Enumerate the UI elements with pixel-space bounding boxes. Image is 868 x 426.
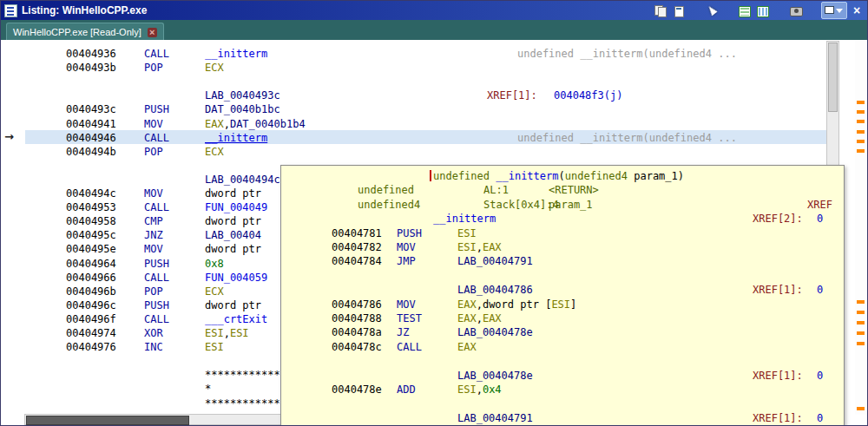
change-marker[interactable]	[857, 321, 865, 324]
code-text: ECX	[205, 145, 224, 159]
code-seg: AL:1	[483, 184, 509, 196]
code-seg: <RETURN>	[549, 184, 599, 196]
code-text: 00404936	[66, 47, 116, 61]
code-text: 0040493c	[66, 102, 116, 116]
change-marker[interactable]	[857, 101, 865, 104]
diff-view-icon[interactable]	[737, 3, 753, 18]
change-marker[interactable]	[857, 130, 865, 134]
code-text: undefined4	[358, 198, 420, 212]
copy-icon[interactable]	[653, 3, 668, 18]
code-seg: 0	[817, 412, 823, 424]
code-text: 0040494b	[66, 145, 116, 159]
code-seg: 00404946	[66, 132, 116, 144]
code-text: __initterm	[433, 212, 496, 226]
code-text: 00404782	[332, 240, 382, 254]
tab-winhellocpp[interactable]: WinHelloCPP.exe [Read-Only] ×	[6, 23, 164, 41]
code-seg: 00404782	[332, 241, 382, 253]
code-seg: LAB_0040478e	[457, 370, 533, 382]
code-seg: 0	[817, 370, 823, 382]
code-text: CALL	[397, 340, 422, 354]
code-seg: CALL	[397, 341, 422, 353]
code-text: 0040478a	[332, 325, 382, 339]
popup-row: 0040478cCALLEAX	[281, 340, 842, 354]
code-text: MOV	[144, 187, 163, 200]
code-text: POP	[144, 285, 163, 298]
camera-shape	[790, 7, 803, 16]
code-text: 00404966	[66, 271, 116, 285]
code-text: LAB_0040478e	[457, 325, 533, 339]
change-marker[interactable]	[857, 110, 865, 114]
change-marker[interactable]	[857, 140, 865, 143]
change-marker[interactable]	[857, 342, 865, 345]
code-seg: FUN_004049	[205, 201, 267, 213]
code-seg: XREF[2]:	[753, 213, 803, 225]
listing-row[interactable]	[1, 75, 826, 88]
code-seg: PUSH	[397, 227, 422, 239]
listing-row[interactable]: 00404936CALL__inittermundefined __initte…	[1, 47, 826, 61]
code-seg: ESI	[230, 327, 249, 339]
code-seg: EAX	[457, 312, 477, 324]
listing-row[interactable]: 00404941MOVEAX,DAT_0040b1b4	[1, 117, 826, 131]
listing-row[interactable]: 0040493bPOPECX	[1, 61, 826, 75]
code-text: CALL	[144, 47, 169, 61]
code-text: 0040493b	[66, 61, 116, 75]
code-seg: __initterm	[433, 213, 496, 225]
code-seg: 00404976	[66, 341, 116, 353]
change-marker[interactable]	[857, 311, 865, 314]
code-seg: ,dword ptr [	[477, 298, 552, 311]
snapshot-icon[interactable]	[788, 3, 804, 18]
toolbar-spacer	[773, 10, 786, 11]
listing-row[interactable]: 0040494bPOPECX	[1, 145, 826, 159]
code-text: 0040478c	[332, 340, 382, 354]
code-seg: ,	[224, 118, 230, 130]
vertical-scrollbar-thumb[interactable]	[828, 43, 838, 112]
horizontal-scrollbar-thumb[interactable]	[26, 416, 189, 425]
listing-row[interactable]: 00404946CALL__inittermundefined __initte…	[1, 131, 826, 145]
listing-row[interactable]: LAB_0040493cXREF[1]:004048f3(j)	[1, 88, 826, 102]
code-text: 0040494c	[66, 187, 116, 200]
listing-row[interactable]: 0040493cPUSHDAT_0040b1bc	[1, 102, 826, 116]
tab-close-icon[interactable]: ×	[148, 28, 157, 37]
code-text: FUN_004059	[205, 271, 267, 285]
code-seg: JNZ	[144, 229, 163, 241]
close-icon[interactable]: ×	[850, 3, 864, 18]
code-seg: MOV	[144, 118, 163, 130]
code-text: 0040496b	[66, 285, 116, 298]
code-seg: INC	[144, 341, 163, 353]
code-text: <RETURN>	[549, 183, 599, 197]
window-menu-icon[interactable]	[821, 2, 847, 19]
toolbar-spacer	[722, 10, 734, 11]
change-marker[interactable]	[857, 120, 865, 123]
code-text: LAB_00404791	[457, 411, 533, 425]
diff-apply-icon[interactable]	[755, 3, 771, 18]
code-seg: CALL	[144, 132, 169, 144]
paste-page-shape	[674, 6, 684, 17]
code-text: ECX	[205, 61, 224, 75]
code-text: XOR	[144, 326, 163, 340]
change-marker[interactable]	[857, 149, 865, 153]
code-text: ___crtExit	[205, 312, 267, 326]
code-seg: LAB_00404	[205, 229, 261, 241]
code-text: 00404958	[66, 214, 116, 228]
paste-icon[interactable]	[671, 3, 687, 18]
change-marker[interactable]	[857, 331, 865, 335]
code-text: ESI	[457, 226, 477, 240]
code-text: __initterm	[205, 131, 267, 145]
code-text: __initterm	[205, 47, 267, 61]
code-seg: CMP	[144, 215, 163, 227]
code-seg: 00404784	[332, 255, 382, 267]
change-marker[interactable]	[857, 300, 865, 304]
tab-label: WinHelloCPP.exe [Read-Only]	[13, 27, 141, 37]
code-seg: ECX	[205, 62, 224, 74]
code-text: POP	[144, 145, 163, 159]
cursor-tool-icon[interactable]	[704, 3, 720, 18]
code-seg: undefined	[433, 170, 496, 182]
code-text: 00404788	[332, 311, 382, 325]
titlebar-toolbar: ×	[653, 2, 864, 19]
code-seg: EAX	[483, 312, 502, 324]
code-seg: LAB_0040493c	[205, 89, 280, 102]
current-line-arrow: →	[4, 130, 14, 144]
change-marker[interactable]	[857, 407, 865, 410]
code-text: MOV	[397, 240, 416, 254]
code-seg: 00404958	[66, 215, 116, 227]
